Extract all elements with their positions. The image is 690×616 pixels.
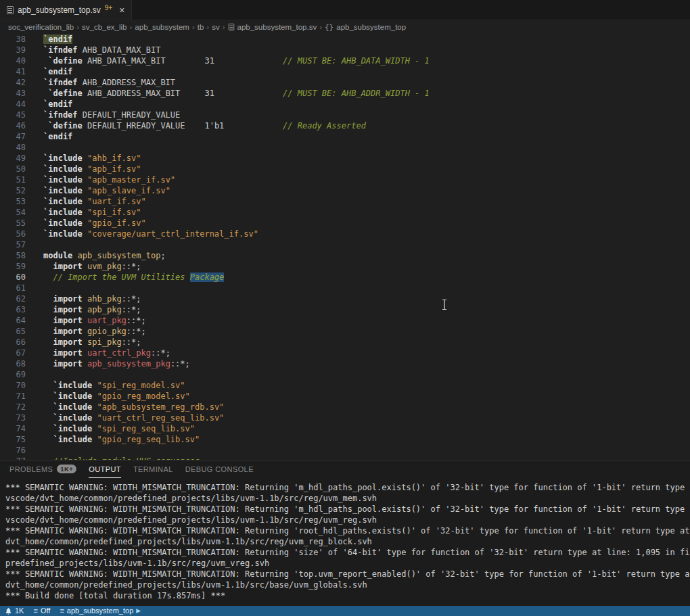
output-line: dvt_home/common/predefined_projects/libs… [5,579,690,590]
line-number: 58 [0,250,26,261]
code-line[interactable]: 60 // Import the UVM Utilities Package [0,272,690,283]
breadcrumb-item-file[interactable]: apb_subsystem_top.sv [227,23,319,31]
file-icon [228,24,234,30]
code-line[interactable]: 48 [0,142,690,153]
status-run-config[interactable]: ≡ apb_subsystem_top ▶ [55,606,145,616]
code-line[interactable]: 77 //Include module UVC sequences [0,456,690,460]
code-line[interactable]: 71 `include "gpio_reg_model.sv" [0,391,690,402]
code-line[interactable]: 58module apb_subsystem_top; [0,250,690,261]
code-line[interactable]: 65 import gpio_pkg::*; [0,326,690,337]
code-line[interactable]: 38`endif [0,34,690,45]
output-line: *** SEMANTIC WARNING: WIDTH_MISMATCH_TRU… [5,504,690,515]
code-line[interactable]: 55`include "gpio_if.sv" [0,218,690,229]
file-icon [7,6,14,14]
code-line[interactable]: 47`endif [0,131,690,142]
line-number: 57 [0,239,26,250]
line-number: 42 [0,77,26,88]
output-log[interactable]: *** SEMANTIC WARNING: WIDTH_MISMATCH_TRU… [0,478,690,601]
line-number: 61 [0,283,26,293]
line-number: 48 [0,142,26,153]
code-line[interactable]: 52`include "apb_slave_if.sv" [0,185,690,196]
code-line[interactable]: 72 `include "apb_subsystem_reg_rdb.sv" [0,402,690,412]
breadcrumb-item[interactable]: sv_cb_ex_lib [80,23,128,31]
line-number: 51 [0,174,26,185]
tab-terminal[interactable]: TERMINAL [133,460,173,478]
code-line[interactable]: 59 import uvm_pkg::*; [0,261,690,272]
code-line[interactable]: 75 `include "gpio_reg_seq_lib.sv" [0,434,690,445]
code-line[interactable]: 54`include "spi_if.sv" [0,207,690,218]
line-number: 74 [0,423,26,434]
code-line[interactable]: 49`include "ahb_if.sv" [0,153,690,164]
line-number: 64 [0,315,26,326]
line-number: 63 [0,304,26,315]
line-number: 69 [0,369,26,380]
line-number: 39 [0,45,26,55]
code-line[interactable]: 63 import apb_pkg::*; [0,304,690,315]
breadcrumb-separator-icon [205,23,210,31]
code-line[interactable]: 43 `define AHB_ADDRESS_MAX_BIT 31 // MUS… [0,88,690,99]
status-run-config-label: apb_subsystem_top [67,606,133,616]
code-line[interactable]: 51`include "apb_master_if.sv" [0,174,690,185]
status-notifications[interactable]: 1K [0,606,28,616]
line-number: 68 [0,358,26,369]
code-line[interactable]: 70 `include "spi_reg_model.sv" [0,380,690,391]
line-number: 77 [0,456,26,460]
breadcrumb-item[interactable]: tb [196,23,206,31]
tab-debug-console[interactable]: DEBUG CONSOLE [185,460,254,478]
line-number: 43 [0,88,26,99]
output-line: *** SEMANTIC WARNING: WIDTH_MISMATCH_TRU… [5,569,690,579]
breadcrumb-symbol-label: apb_subsystem_top [336,23,406,31]
code-line[interactable]: 42`ifndef AHB_ADDRESS_MAX_BIT [0,77,690,88]
code-line[interactable]: 40 `define AHB_DATA_MAX_BIT 31 // MUST B… [0,55,690,66]
code-editor[interactable]: 38`endif39`ifndef AHB_DATA_MAX_BIT40 `de… [0,34,690,460]
tab-problems[interactable]: PROBLEMS 1K+ [9,460,76,478]
line-number: 62 [0,293,26,304]
code-line[interactable]: 46 `define DEFAULT_HREADY_VALUE 1'b1 // … [0,120,690,131]
line-number: 59 [0,261,26,272]
code-line[interactable]: 56`include "coverage/uart_ctrl_internal_… [0,229,690,239]
code-line[interactable]: 69 [0,369,690,380]
code-line[interactable]: 44`endif [0,99,690,110]
status-build-toggle[interactable]: ≡ Off [28,606,55,616]
breadcrumb-separator-icon [221,23,227,31]
code-line[interactable]: 66 import spi_pkg::*; [0,337,690,348]
code-line[interactable]: 50`include "apb_if.sv" [0,164,690,174]
tab-problems-badge: 9+ [105,4,112,11]
tab-apb-subsystem-top[interactable]: apb_subsystem_top.sv 9+ × [0,0,132,20]
code-line[interactable]: 67 import uart_ctrl_pkg::*; [0,348,690,358]
code-line[interactable]: 41`endif [0,66,690,77]
code-line[interactable]: 64 import uart_pkg::*; [0,315,690,326]
play-icon: ▶ [136,606,141,616]
code-line[interactable]: 53`include "uart_if.sv" [0,196,690,207]
tab-debug-console-label: DEBUG CONSOLE [185,465,254,473]
tab-problems-label: PROBLEMS [9,465,53,473]
bottom-panel: PROBLEMS 1K+ OUTPUT TERMINAL DEBUG CONSO… [0,460,690,606]
code-line[interactable]: 73 `include "uart_ctrl_reg_seq_lib.sv" [0,412,690,423]
code-line[interactable]: 39`ifndef AHB_DATA_MAX_BIT [0,45,690,55]
code-line[interactable]: 76 [0,445,690,456]
status-build-toggle-label: Off [41,606,50,616]
close-icon[interactable]: × [119,5,124,15]
code-line[interactable]: 61 [0,283,690,293]
code-line[interactable]: 62 import ahb_pkg::*; [0,293,690,304]
code-line[interactable]: 45`ifndef DEFAULT_HREADY_VALUE [0,110,690,120]
tab-output[interactable]: OUTPUT [89,460,121,478]
line-number: 41 [0,66,26,77]
bell-icon [5,607,12,615]
breadcrumb-item[interactable]: apb_subsystem [133,23,191,31]
breadcrumb-item[interactable]: soc_verification_lib [7,23,75,31]
list-icon: ≡ [60,606,64,616]
tab-terminal-label: TERMINAL [133,465,173,473]
output-line: vscode/dvt_home/common/predefined_projec… [5,493,690,504]
output-line: *** SEMANTIC WARNING: WIDTH_MISMATCH_TRU… [5,525,690,536]
menu-icon: ≡ [33,606,37,616]
breadcrumb-item-symbol[interactable]: {} apb_subsystem_top [323,23,407,32]
output-line: dvt_home/common/predefined_projects/libs… [5,536,690,547]
breadcrumb-separator-icon [191,23,196,31]
code-line[interactable]: 74 `include "spi_reg_seq_lib.sv" [0,423,690,434]
output-line: *** Build done [total duration 17s.857ms… [5,590,690,601]
panel-tab-bar: PROBLEMS 1K+ OUTPUT TERMINAL DEBUG CONSO… [0,460,690,478]
code-line[interactable]: 57 [0,239,690,250]
code-line[interactable]: 68 import apb_subsystem_pkg::*; [0,358,690,369]
breadcrumb-item[interactable]: sv [210,23,221,31]
